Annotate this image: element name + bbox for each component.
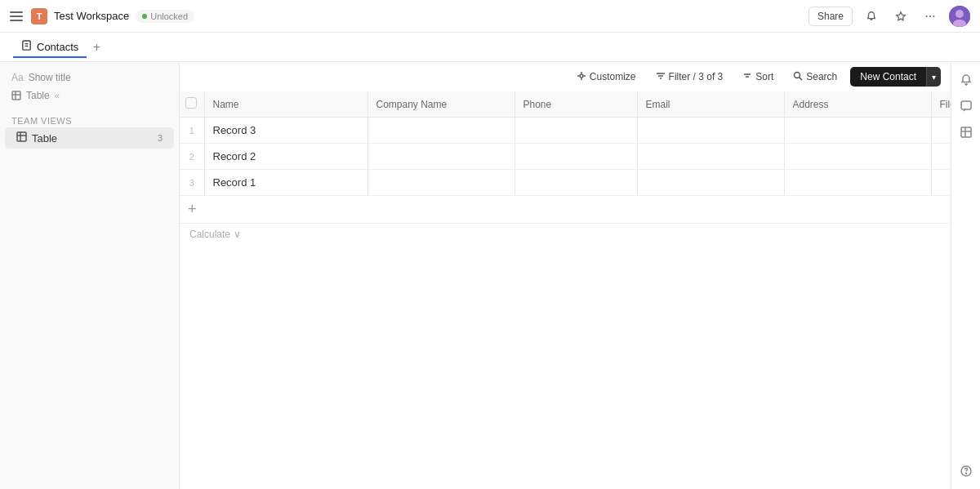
body-layout: Aa Show title Table « Team views Table 3: [0, 62, 980, 489]
top-bar: T Test Workspace Unlocked Share: [0, 0, 980, 33]
sort-icon: [742, 71, 752, 82]
new-contact-wrapper: New Contact ▾: [850, 67, 941, 87]
bell-icon[interactable]: [955, 69, 978, 91]
calculate-row[interactable]: Calculate ∨: [180, 224, 951, 245]
files-column-header[interactable]: Files: [931, 91, 951, 118]
table-view-name: Table: [26, 90, 50, 101]
email-column-header[interactable]: Email: [637, 91, 784, 118]
unlock-dot: [142, 14, 147, 19]
share-button[interactable]: Share: [808, 7, 853, 26]
customize-button[interactable]: Customize: [570, 68, 643, 86]
plus-icon: +: [188, 201, 197, 218]
row-2-phone[interactable]: [514, 144, 637, 170]
svg-point-16: [580, 74, 583, 78]
add-row-button[interactable]: +: [180, 196, 951, 224]
row-1-address[interactable]: [784, 118, 931, 144]
svg-rect-25: [961, 101, 971, 109]
workspace-icon: T: [31, 8, 47, 24]
row-1-name[interactable]: Record 3: [204, 118, 368, 144]
new-contact-button[interactable]: New Contact: [850, 67, 926, 87]
chat-icon[interactable]: [955, 95, 978, 118]
row-2-email[interactable]: [637, 144, 784, 170]
tab-contacts[interactable]: Contacts: [13, 37, 87, 58]
show-title-label: Show title: [29, 72, 71, 83]
section-header-team-views: Team views: [0, 111, 179, 127]
company-column-header[interactable]: Company Name: [368, 91, 514, 118]
contacts-table: Name Company Name Phone Email Address Fi…: [180, 91, 951, 196]
row-3-name[interactable]: Record 1: [204, 170, 368, 196]
customize-icon: [577, 71, 586, 82]
table-row: 1 Record 3: [180, 118, 951, 144]
table-row: 2 Record 2: [180, 144, 951, 170]
filter-icon: [656, 71, 666, 82]
more-options-icon[interactable]: [920, 6, 941, 27]
row-3-company[interactable]: [368, 170, 514, 196]
show-title[interactable]: Aa Show title: [0, 69, 179, 87]
row-3-email[interactable]: [637, 170, 784, 196]
notifications-icon[interactable]: [861, 6, 882, 27]
table-row: 3 Record 1: [180, 170, 951, 196]
sort-label: Sort: [755, 71, 773, 82]
row-3-files[interactable]: [931, 170, 951, 196]
contacts-tab-icon: [21, 40, 32, 53]
filter-label: Filter / 3 of 3: [669, 71, 724, 82]
svg-marker-0: [897, 11, 906, 20]
star-icon[interactable]: [890, 6, 911, 27]
new-contact-chevron[interactable]: ▾: [926, 67, 941, 87]
avatar[interactable]: [949, 6, 970, 27]
row-2-company[interactable]: [368, 144, 514, 170]
svg-rect-10: [12, 91, 20, 100]
filter-button[interactable]: Filter / 3 of 3: [649, 68, 730, 86]
svg-rect-7: [23, 41, 30, 50]
table-icon[interactable]: [955, 121, 978, 144]
row-1-files[interactable]: [931, 118, 951, 144]
table-view-count: 3: [158, 133, 163, 143]
address-column-header[interactable]: Address: [784, 91, 931, 118]
row-3-address[interactable]: [784, 170, 931, 196]
table-view-icon: [16, 131, 27, 144]
name-column-header[interactable]: Name: [204, 91, 368, 118]
search-icon: [793, 71, 803, 82]
sidebar-item-table[interactable]: Table 3: [5, 127, 174, 149]
svg-rect-13: [17, 132, 26, 141]
help-icon[interactable]: [955, 460, 978, 482]
svg-point-23: [795, 73, 800, 78]
row-1-email[interactable]: [637, 118, 784, 144]
row-2-files[interactable]: [931, 144, 951, 170]
svg-point-1: [926, 15, 928, 16]
top-bar-right: Share: [808, 6, 970, 27]
tab-contacts-label: Contacts: [37, 41, 78, 53]
search-button[interactable]: Search: [786, 68, 844, 86]
sort-button[interactable]: Sort: [736, 68, 780, 86]
table-chevron: «: [55, 91, 60, 100]
workspace-title: Test Workspace: [54, 10, 129, 22]
unlock-badge[interactable]: Unlocked: [136, 10, 194, 23]
main-content: Customize Filter / 3 of 3 Sort Search: [180, 62, 951, 489]
table-view-label: Table: [32, 132, 153, 144]
table-view-header: Table «: [0, 87, 179, 104]
views-section: Team views Table 3: [0, 104, 179, 155]
row-1-company[interactable]: [368, 118, 514, 144]
tab-add-button[interactable]: +: [87, 38, 106, 57]
top-bar-left: T Test Workspace Unlocked: [10, 8, 194, 24]
row-2-address[interactable]: [784, 144, 931, 170]
svg-point-2: [929, 15, 931, 16]
menu-icon[interactable]: [10, 9, 24, 24]
phone-column-header[interactable]: Phone: [514, 91, 637, 118]
svg-point-3: [933, 15, 934, 16]
row-1-phone[interactable]: [514, 118, 637, 144]
select-all-checkbox[interactable]: [185, 97, 197, 109]
unlock-label: Unlocked: [150, 11, 188, 21]
row-2-name[interactable]: Record 2: [204, 144, 368, 170]
row-2-num: 2: [180, 144, 204, 170]
svg-line-24: [800, 78, 803, 81]
row-3-num: 3: [180, 170, 204, 196]
sidebar: Aa Show title Table « Team views Table 3: [0, 62, 180, 489]
customize-label: Customize: [590, 71, 636, 82]
search-label: Search: [806, 71, 837, 82]
toolbar: Customize Filter / 3 of 3 Sort Search: [180, 62, 951, 91]
right-panel: [951, 62, 980, 489]
row-3-phone[interactable]: [514, 170, 637, 196]
svg-rect-26: [961, 127, 971, 137]
calculate-chevron: ∨: [234, 229, 241, 240]
